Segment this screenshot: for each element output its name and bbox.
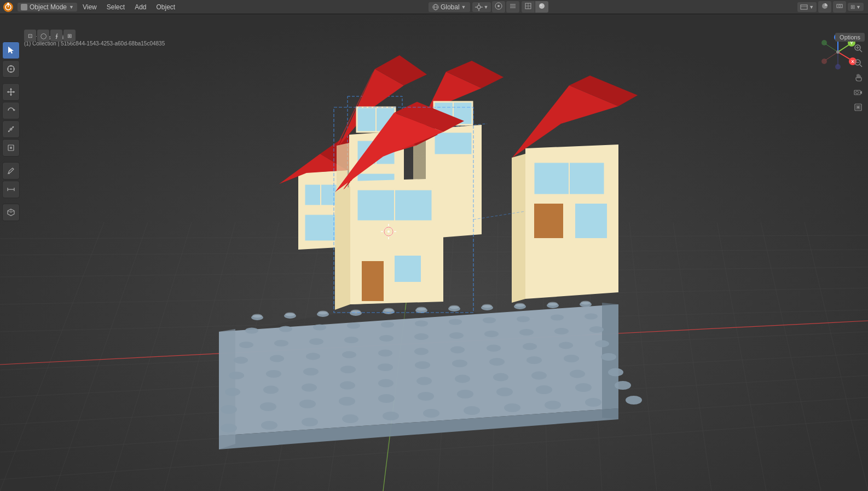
- zoom-in-button[interactable]: [852, 42, 865, 55]
- viewport-shading-extra[interactable]: [818, 1, 831, 13]
- snap-icon: [475, 3, 483, 11]
- svg-point-113: [601, 353, 616, 361]
- svg-point-17: [539, 3, 545, 9]
- svg-point-82: [274, 340, 288, 346]
- workspace-tabs[interactable]: ⊞ ▼: [848, 3, 864, 11]
- svg-point-125: [221, 405, 237, 414]
- select-box-icon[interactable]: ⊡: [24, 30, 36, 42]
- svg-point-90: [554, 328, 569, 334]
- zoom-out-button[interactable]: [852, 56, 865, 70]
- 3d-scene: [0, 14, 868, 491]
- cursor-icon: [7, 65, 15, 73]
- svg-marker-58: [602, 303, 618, 419]
- scene-selector[interactable]: ▼: [797, 2, 817, 12]
- svg-point-118: [378, 379, 394, 388]
- svg-rect-200: [361, 261, 384, 302]
- svg-point-225: [10, 68, 12, 70]
- svg-point-108: [415, 361, 430, 369]
- add-cube-button[interactable]: [2, 204, 20, 221]
- rotate-icon: [7, 106, 15, 115]
- annotate-icon: [7, 166, 15, 175]
- scene-icon: [800, 3, 808, 11]
- snap-arrow: ▼: [484, 4, 489, 10]
- svg-point-148: [285, 313, 295, 316]
- menu-object[interactable]: Object: [152, 2, 180, 12]
- cursor-tool-button[interactable]: [2, 60, 20, 78]
- svg-marker-234: [7, 91, 9, 93]
- svg-point-107: [378, 363, 393, 371]
- svg-point-146: [626, 396, 642, 405]
- header-right: ▼ ⊞ ▼: [797, 1, 868, 13]
- svg-point-156: [548, 302, 558, 306]
- object-mode-selector[interactable]: Object Mode ▼: [18, 3, 77, 11]
- orientation-arrow: ▼: [461, 4, 466, 10]
- svg-point-18: [540, 4, 542, 6]
- right-toolbar: [852, 42, 866, 114]
- viewport-3d[interactable]: Options User Perspective (1) Collection …: [0, 14, 868, 491]
- measure-tool-button[interactable]: [2, 181, 20, 198]
- rotate-tool-button[interactable]: [2, 102, 20, 119]
- overlay-toggle[interactable]: [506, 1, 519, 13]
- annotate-tool-button[interactable]: [2, 162, 20, 180]
- wireframe-shading[interactable]: [522, 1, 535, 13]
- svg-marker-233: [10, 94, 12, 96]
- svg-point-123: [570, 370, 585, 378]
- snap-button[interactable]: ▼: [472, 2, 491, 12]
- svg-point-71: [279, 326, 292, 332]
- svg-point-76: [449, 319, 462, 325]
- svg-point-149: [318, 311, 328, 315]
- shading-controls: [522, 1, 548, 13]
- transform-orientation[interactable]: Global ▼: [429, 2, 470, 12]
- svg-point-73: [347, 323, 360, 329]
- hand-icon: [854, 73, 863, 82]
- svg-marker-194: [335, 187, 350, 310]
- svg-point-266: [836, 50, 840, 54]
- svg-point-129: [378, 394, 395, 403]
- hand-pan-button[interactable]: [852, 71, 865, 84]
- render-properties[interactable]: [833, 1, 846, 13]
- svg-point-152: [416, 307, 426, 311]
- menu-view[interactable]: View: [78, 2, 101, 12]
- svg-point-23: [838, 5, 841, 7]
- svg-point-95: [342, 351, 356, 359]
- render-view-button[interactable]: [852, 101, 865, 114]
- svg-rect-188: [434, 132, 472, 155]
- svg-point-137: [261, 421, 277, 430]
- svg-point-96: [378, 350, 392, 357]
- svg-point-89: [519, 329, 534, 336]
- svg-point-130: [418, 392, 434, 401]
- svg-point-141: [423, 409, 439, 418]
- transform-tool-button[interactable]: [2, 139, 20, 157]
- svg-point-143: [504, 403, 520, 412]
- select-tool-button[interactable]: [2, 42, 20, 59]
- zoom-in-icon: [854, 44, 863, 53]
- mode-dropdown-arrow: ▼: [69, 4, 74, 10]
- svg-point-121: [493, 373, 508, 382]
- camera-icon: [854, 88, 863, 97]
- options-button[interactable]: Options: [835, 33, 865, 42]
- svg-point-133: [536, 385, 552, 394]
- svg-line-250: [11, 211, 14, 212]
- select-circle-icon[interactable]: ◯: [37, 30, 49, 42]
- svg-point-111: [526, 356, 542, 364]
- proportional-edit[interactable]: [492, 1, 505, 13]
- select-lasso-icon[interactable]: ∮: [50, 30, 62, 42]
- svg-point-131: [457, 390, 473, 398]
- svg-line-257: [838, 52, 852, 60]
- solid-shading[interactable]: [535, 1, 548, 13]
- orientation-icon: [432, 4, 439, 10]
- add-cube-icon: [7, 208, 15, 217]
- select-extra-icon[interactable]: ⊞: [63, 30, 76, 42]
- svg-point-92: [234, 357, 248, 364]
- svg-point-136: [221, 424, 237, 432]
- camera-view-button[interactable]: [852, 86, 865, 99]
- svg-point-112: [564, 355, 579, 362]
- menu-add[interactable]: Add: [130, 2, 151, 12]
- svg-point-104: [266, 370, 281, 378]
- menu-select[interactable]: Select: [102, 2, 129, 12]
- svg-point-128: [339, 397, 355, 406]
- scale-tool-button[interactable]: [2, 120, 20, 138]
- svg-marker-236: [14, 109, 15, 111]
- svg-point-94: [306, 353, 320, 360]
- move-tool-button[interactable]: [2, 83, 20, 101]
